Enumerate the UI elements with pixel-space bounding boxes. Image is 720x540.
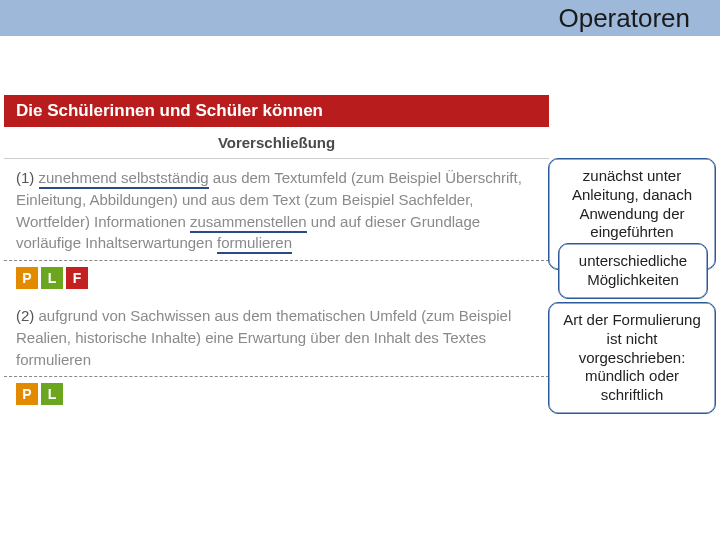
badge-p: P — [16, 383, 38, 405]
badge-f: F — [66, 267, 88, 289]
badge-l: L — [41, 267, 63, 289]
item-number: (1) — [16, 169, 34, 186]
operator-phrase-1b: zusammenstellen — [190, 213, 307, 233]
badge-row-1: P L F — [4, 261, 549, 297]
content-panel: Die Schülerinnen und Schüler können Vore… — [4, 95, 549, 413]
curriculum-header: Die Schülerinnen und Schüler können — [4, 95, 549, 127]
section-label: Vorerschließung — [4, 127, 549, 159]
competency-item-1: (1) zunehmend selbstständig aus dem Text… — [4, 159, 549, 261]
competency-item-2: (2) aufgrund von Sachwissen aus dem them… — [4, 297, 549, 377]
callout-possibilities: unterschiedliche Möglichkeiten — [558, 243, 708, 299]
operator-phrase-1c: formulieren — [217, 234, 292, 254]
callout-formulation: Art der Formulierung ist nicht vorgeschr… — [548, 302, 716, 414]
item2-text: aufgrund von Sachwissen aus dem thematis… — [16, 307, 511, 368]
page-title: Operatoren — [558, 3, 690, 34]
badge-l: L — [41, 383, 63, 405]
badge-p: P — [16, 267, 38, 289]
operator-phrase-1a: zunehmend selbstständig — [39, 169, 209, 189]
item-number: (2) — [16, 307, 34, 324]
title-bar: Operatoren — [0, 0, 720, 36]
badge-row-2: P L — [4, 377, 549, 413]
